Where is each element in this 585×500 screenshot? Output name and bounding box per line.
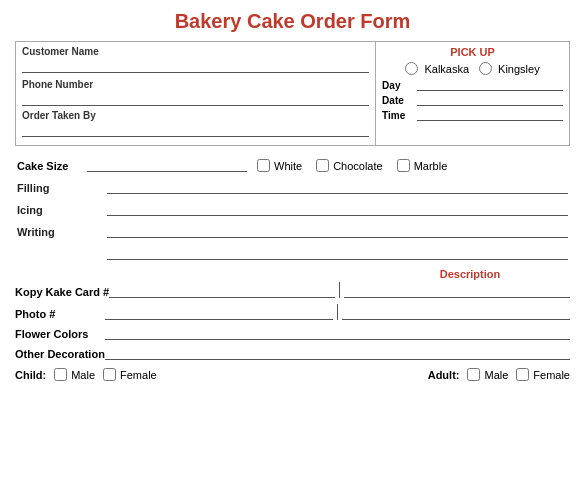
date-row: Date [382, 94, 563, 106]
child-female-text: Female [120, 369, 157, 381]
adult-female-text: Female [533, 369, 570, 381]
filling-field[interactable] [107, 180, 568, 194]
photo-divider [337, 304, 338, 320]
day-field[interactable] [417, 79, 563, 91]
kingsley-radio[interactable] [479, 62, 492, 75]
other-decoration-field[interactable] [105, 346, 570, 360]
other-decoration-label: Other Decoration [15, 348, 105, 360]
desc-header-row: Description [15, 268, 570, 280]
white-label: White [274, 160, 302, 172]
phone-number-line [22, 92, 369, 106]
adult-label: Adult: [428, 369, 460, 381]
photo-row: Photo # [15, 304, 570, 320]
kopy-kake-field2[interactable] [344, 284, 570, 298]
photo-label: Photo # [15, 308, 105, 320]
extra-row [17, 246, 568, 260]
kopy-kake-label: Kopy Kake Card # [15, 286, 109, 298]
kalkaska-radio[interactable] [405, 62, 418, 75]
filling-label: Filling [17, 182, 107, 194]
child-female-label[interactable]: Female [103, 368, 157, 381]
photo-field2[interactable] [342, 306, 570, 320]
cake-size-field[interactable] [87, 158, 247, 172]
white-checkbox[interactable] [257, 159, 270, 172]
adult-male-label[interactable]: Male [467, 368, 508, 381]
chocolate-checkbox[interactable] [316, 159, 329, 172]
time-label: Time [382, 110, 417, 121]
phone-number-label: Phone Number [22, 79, 369, 90]
icing-label: Icing [17, 204, 107, 216]
writing-row: Writing [17, 224, 568, 238]
pickup-header: PICK UP [382, 46, 563, 58]
order-taken-by-label: Order Taken By [22, 110, 369, 121]
day-row: Day [382, 79, 563, 91]
cake-size-label: Cake Size [17, 160, 87, 172]
day-date-time-section: Day Date Time [382, 79, 563, 121]
photo-field1[interactable] [105, 306, 333, 320]
cake-size-row: Cake Size White Chocolate Marble [17, 158, 568, 172]
flower-colors-field[interactable] [105, 326, 570, 340]
adult-male-text: Male [484, 369, 508, 381]
child-male-checkbox[interactable] [54, 368, 67, 381]
customer-name-label: Customer Name [22, 46, 369, 57]
kopy-kake-row: Kopy Kake Card # [15, 282, 570, 298]
pickup-options: Kalkaska Kingsley [382, 62, 563, 75]
desc-section: Description Kopy Kake Card # Photo # Flo… [15, 268, 570, 360]
kingsley-option[interactable]: Kingsley [479, 62, 540, 75]
writing-field[interactable] [107, 224, 568, 238]
date-label: Date [382, 95, 417, 106]
order-taken-by-line [22, 123, 369, 137]
child-female-checkbox[interactable] [103, 368, 116, 381]
marble-label: Marble [414, 160, 448, 172]
time-row: Time [382, 109, 563, 121]
cake-type-checkboxes: White Chocolate Marble [257, 159, 447, 172]
other-decoration-row: Other Decoration [15, 346, 570, 360]
kopy-kake-field1[interactable] [109, 284, 335, 298]
adult-female-label[interactable]: Female [516, 368, 570, 381]
chocolate-label: Chocolate [333, 160, 383, 172]
white-checkbox-label[interactable]: White [257, 159, 302, 172]
kopy-kake-divider [339, 282, 340, 298]
kingsley-label: Kingsley [498, 63, 540, 75]
description-header: Description [370, 268, 570, 280]
adult-male-checkbox[interactable] [467, 368, 480, 381]
adult-female-checkbox[interactable] [516, 368, 529, 381]
writing-label: Writing [17, 226, 107, 238]
marble-checkbox-label[interactable]: Marble [397, 159, 448, 172]
time-field[interactable] [417, 109, 563, 121]
flower-colors-label: Flower Colors [15, 328, 105, 340]
page: Bakery Cake Order Form Customer Name Pho… [0, 0, 585, 500]
icing-field[interactable] [107, 202, 568, 216]
chocolate-checkbox-label[interactable]: Chocolate [316, 159, 383, 172]
marble-checkbox[interactable] [397, 159, 410, 172]
kalkaska-option[interactable]: Kalkaska [405, 62, 469, 75]
form-section: Cake Size White Chocolate Marble Filling [15, 158, 570, 260]
date-field[interactable] [417, 94, 563, 106]
child-label: Child: [15, 369, 46, 381]
icing-row: Icing [17, 202, 568, 216]
flower-colors-row: Flower Colors [15, 326, 570, 340]
customer-name-line [22, 59, 369, 73]
filling-row: Filling [17, 180, 568, 194]
child-male-label[interactable]: Male [54, 368, 95, 381]
top-info-table: Customer Name Phone Number Order Taken B… [15, 41, 570, 146]
bottom-row: Child: Male Female Adult: Male Female [15, 368, 570, 381]
day-label: Day [382, 80, 417, 91]
child-male-text: Male [71, 369, 95, 381]
kalkaska-label: Kalkaska [424, 63, 469, 75]
extra-field[interactable] [107, 246, 568, 260]
page-title: Bakery Cake Order Form [15, 10, 570, 33]
